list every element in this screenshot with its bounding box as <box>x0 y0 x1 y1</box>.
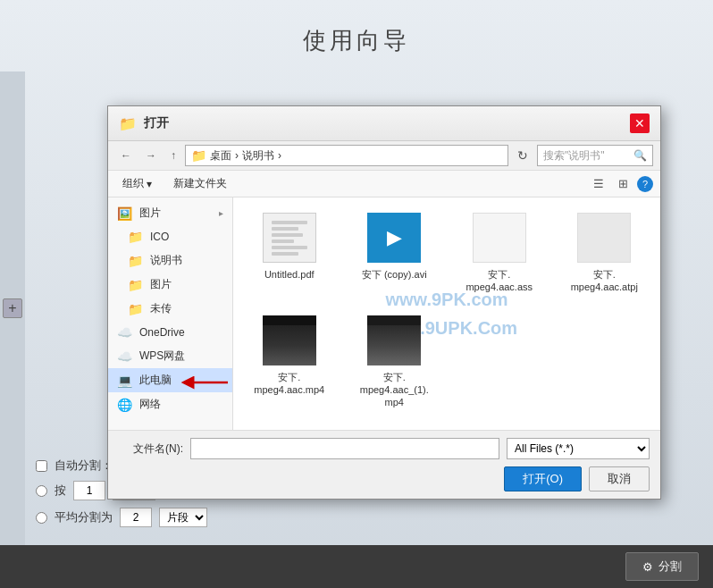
nav-item-pictures[interactable]: 🖼️ 图片 ▸ <box>108 201 232 225</box>
pdf-line-2 <box>272 227 298 231</box>
file-grid: www.9PK.com Www.9UPK.Com <box>233 197 660 430</box>
nav-item-network[interactable]: 🌐 网络 <box>108 392 232 416</box>
path-bar[interactable]: 📁 桌面 › 说明书 › <box>185 145 508 166</box>
nav-panel: 🖼️ 图片 ▸ 📁 ICO 📁 说明书 📁 图片 <box>108 197 233 430</box>
filename-input[interactable] <box>190 438 499 459</box>
dialog-folder-icon: 📁 <box>119 115 137 132</box>
dialog-overlay: 📁 打开 ✕ ← → ↑ 📁 桌面 › 说明书 › ↻ 搜索"说明书" <box>0 0 713 588</box>
video-dark-1-visual <box>263 315 316 365</box>
video-person-1 <box>263 325 316 365</box>
path-separator-2: › <box>278 149 281 162</box>
view-grid-button[interactable]: ⊞ <box>613 174 633 193</box>
pictures-icon: 🖼️ <box>117 206 132 221</box>
nav-item-onedrive-label: OneDrive <box>139 326 185 339</box>
pdf-thumb <box>257 211 322 265</box>
video-person-2 <box>367 325 421 365</box>
avi-thumb-visual: ▶ <box>367 213 421 263</box>
file-name-avi: 安下 (copy).avi <box>362 268 427 281</box>
organize-button[interactable]: 组织 ▾ <box>115 173 159 194</box>
wpsdrive-icon: ☁️ <box>117 349 132 364</box>
footer-buttons: 打开(O) 取消 <box>119 466 650 491</box>
video-dark-2-visual <box>367 315 421 365</box>
pdf-line-5 <box>272 246 307 249</box>
dialog-footer: 文件名(N): All Files (*.*) 打开(O) 取消 <box>108 430 660 499</box>
nav-item-shuomingshu-label: 说明书 <box>150 253 182 268</box>
file-name-atpj: 安下.mpeg4.aac.atpj <box>571 268 638 294</box>
pdf-line-3 <box>272 233 303 237</box>
file-item-mp4-1[interactable]: 安下.mpeg4.aac.mp4 <box>240 307 339 416</box>
pdf-lines <box>272 221 307 256</box>
nav-item-weizhuan[interactable]: 📁 未传 <box>108 297 232 321</box>
mp4-1-thumb <box>257 314 322 367</box>
file-item-ass[interactable]: 安下.mpeg4.aac.ass <box>450 205 549 300</box>
dialog-nav-toolbar: ← → ↑ 📁 桌面 › 说明书 › ↻ 搜索"说明书" 🔍 <box>108 141 660 171</box>
filetype-select[interactable]: All Files (*.*) <box>507 438 650 459</box>
nav-item-wpsdrive[interactable]: ☁️ WPS网盘 <box>108 344 232 368</box>
nav-item-pictures2[interactable]: 📁 图片 <box>108 273 232 297</box>
search-icon: 🔍 <box>633 149 647 162</box>
thispc-icon: 💻 <box>117 374 132 388</box>
nav-item-pictures-label: 图片 <box>139 206 161 221</box>
dialog-title: 打开 <box>144 115 623 131</box>
expand-arrow-pictures: ▸ <box>219 208 223 218</box>
file-name-pdf: Untitled.pdf <box>264 268 315 281</box>
filename-label: 文件名(N): <box>119 441 183 457</box>
nav-item-thispc[interactable]: 💻 此电脑 <box>108 368 232 392</box>
open-button[interactable]: 打开(O) <box>504 466 582 491</box>
shuomingshu-folder-icon: 📁 <box>128 254 143 268</box>
ass-thumb <box>467 211 532 265</box>
search-placeholder-text: 搜索"说明书" <box>543 148 605 164</box>
atpj-thumb <box>572 211 636 265</box>
file-name-mp4-1: 安下.mpeg4.aac.mp4 <box>254 371 324 397</box>
nav-up-button[interactable]: ↑ <box>165 147 181 164</box>
atpj-thumb-visual <box>577 213 631 263</box>
file-name-mp4-2: 安下.mpeg4.aac_(1).mp4 <box>360 371 429 409</box>
mp4-2-thumb <box>362 314 426 367</box>
file-name-ass: 安下.mpeg4.aac.ass <box>466 268 533 294</box>
help-button[interactable]: ? <box>637 176 653 192</box>
path-separator-1: › <box>235 149 239 162</box>
dialog-actions-toolbar: 组织 ▾ 新建文件夹 ☰ ⊞ ? <box>108 171 660 197</box>
pdf-line-4 <box>272 239 294 243</box>
path-part-desktop: 桌面 <box>210 148 231 164</box>
nav-item-shuomingshu[interactable]: 📁 说明书 <box>108 248 232 273</box>
nav-forward-button[interactable]: → <box>140 147 162 164</box>
new-folder-label: 新建文件夹 <box>173 176 227 191</box>
cancel-button[interactable]: 取消 <box>589 466 650 491</box>
pdf-thumb-visual <box>263 213 316 263</box>
search-bar[interactable]: 搜索"说明书" 🔍 <box>537 145 653 166</box>
file-item-mp4-2[interactable]: 安下.mpeg4.aac_(1).mp4 <box>346 307 444 416</box>
file-item-atpj[interactable]: 安下.mpeg4.aac.atpj <box>556 205 654 300</box>
organize-arrow: ▾ <box>147 178 152 190</box>
view-buttons: ☰ ⊞ ? <box>588 174 653 193</box>
filename-row: 文件名(N): All Files (*.*) <box>119 438 650 459</box>
file-item-avi[interactable]: ▶ 安下 (copy).avi <box>346 205 444 300</box>
new-folder-button[interactable]: 新建文件夹 <box>166 173 234 194</box>
dialog-close-button[interactable]: ✕ <box>630 113 650 133</box>
refresh-button[interactable]: ↻ <box>512 146 533 165</box>
pdf-line-1 <box>272 221 307 224</box>
view-list-button[interactable]: ☰ <box>588 174 609 193</box>
file-item-pdf[interactable]: Untitled.pdf <box>240 205 339 300</box>
nav-item-network-label: 网络 <box>139 397 161 412</box>
avi-thumb: ▶ <box>362 211 426 265</box>
pdf-line-6 <box>272 252 298 256</box>
nav-item-weizhuan-label: 未传 <box>150 301 172 316</box>
ico-folder-icon: 📁 <box>128 230 143 244</box>
nav-back-button[interactable]: ← <box>115 147 137 164</box>
dialog-titlebar: 📁 打开 ✕ <box>108 106 660 141</box>
nav-item-ico-label: ICO <box>150 231 169 243</box>
weizhuan-folder-icon: 📁 <box>128 302 143 316</box>
path-folder-icon: 📁 <box>191 148 206 163</box>
path-part-folder: 说明书 <box>242 148 274 164</box>
network-icon: 🌐 <box>117 398 132 412</box>
app-background: 使用向导 + 自动分割： 按 MB MB 平均分割为 片段 ⚙ <box>0 0 713 588</box>
nav-item-ico[interactable]: 📁 ICO <box>108 225 232 248</box>
nav-item-onedrive[interactable]: ☁️ OneDrive <box>108 321 232 344</box>
pictures2-folder-icon: 📁 <box>128 278 143 292</box>
organize-label: 组织 <box>122 176 144 191</box>
dialog-body: 🖼️ 图片 ▸ 📁 ICO 📁 说明书 📁 图片 <box>108 197 660 430</box>
file-dialog: 📁 打开 ✕ ← → ↑ 📁 桌面 › 说明书 › ↻ 搜索"说明书" <box>107 105 661 500</box>
nav-item-wpsdrive-label: WPS网盘 <box>139 349 185 364</box>
blank-thumb-visual <box>473 213 526 263</box>
